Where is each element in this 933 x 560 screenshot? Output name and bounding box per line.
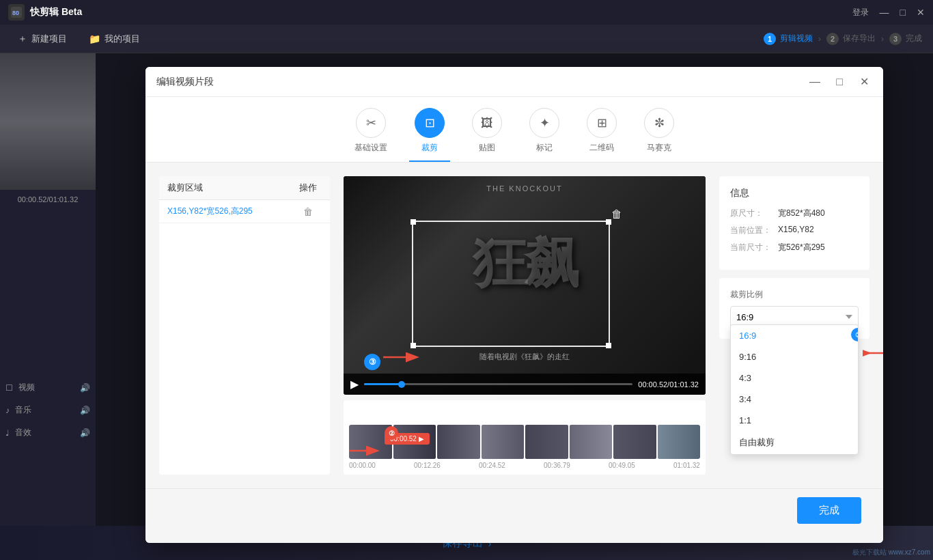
titlebar-controls: 登录 — □ ✕ [852, 7, 925, 18]
dialog-minimize-btn[interactable]: — [807, 74, 823, 90]
crop-item-delete-btn[interactable]: 🗑 [294, 206, 322, 217]
original-size-row: 原尺寸： 宽852*高480 [730, 208, 859, 219]
tab-mark-label: 标记 [536, 142, 553, 154]
crop-item-text[interactable]: X156,Y82*宽526,高295 [167, 206, 294, 217]
video-controls: ▶ 00:00.52/01:01.32 [344, 374, 706, 395]
step-2: 2 保存导出 [826, 33, 876, 45]
step-1: 1 剪辑视频 [764, 33, 813, 45]
dialog-body: 裁剪区域 操作 X156,Y82*宽526,高295 🗑 [145, 163, 883, 488]
folder-icon: 📁 [89, 33, 100, 44]
step-arrow-1: › [818, 34, 821, 44]
timeline-inner: ② 00:00.52 ▶ [349, 425, 700, 469]
timeline-label-1: 00:12.26 [414, 462, 441, 469]
dialog-close-btn[interactable]: ✕ [856, 74, 872, 90]
crop-selection-box[interactable]: 🗑 [412, 221, 610, 347]
complete-button[interactable]: 完成 [797, 497, 861, 524]
step-3-indicator: ③ [364, 354, 380, 370]
music-label: 音乐 [15, 404, 31, 416]
step-2-num: 2 [826, 33, 839, 45]
tab-basic-settings[interactable]: ✂ 基础设置 [354, 108, 387, 162]
step-arrow-2: › [881, 34, 884, 44]
video-icon: ☐ [5, 383, 13, 393]
timeline-label-0: 00:00.00 [349, 462, 376, 469]
video-title-en: THE KNOCKOUT [486, 184, 562, 193]
crop-handle-tl[interactable] [410, 219, 416, 225]
dropdown-item-34[interactable]: 3:4 [731, 389, 858, 410]
dialog-titlebar: 编辑视频片段 — □ ✕ [145, 67, 883, 97]
time-display: 00:00.52/01:01.32 [638, 380, 699, 389]
right-panel: 编辑视频片段 — □ ✕ ✂ 基础设置 ⊡ 裁剪 [96, 53, 933, 526]
dialog-maximize-btn[interactable]: □ [831, 74, 848, 90]
track-frame-5 [525, 425, 568, 459]
step-1-num: 1 [764, 33, 776, 45]
dialog-footer: 完成 [145, 488, 883, 543]
crop-handle-br[interactable] [606, 343, 611, 348]
step-3-num: 3 [889, 33, 902, 45]
video-background: Da至音乐 bilibili THE KNOCKOUT 狂飙 随着电视剧《狂飙》… [344, 176, 706, 395]
track-controls: ☐ 视频 🔊 ♪ 音乐 🔊 ♩ 音效 🔊 [0, 376, 96, 444]
original-size-label: 原尺寸： [730, 208, 778, 219]
tab-qrcode-icon: ⊞ [587, 108, 617, 138]
video-arrow [383, 347, 424, 370]
dropdown-item-free[interactable]: 自由裁剪 [731, 431, 858, 454]
my-projects-btn[interactable]: 📁 我的项目 [82, 29, 147, 49]
tab-bar: ✂ 基础设置 ⊡ 裁剪 🖼 贴图 ✦ 标记 [145, 97, 883, 163]
current-size-label: 当前尺寸： [730, 242, 778, 253]
new-project-btn[interactable]: ＋ 新建项目 [11, 29, 74, 49]
track-frame-7 [613, 425, 656, 459]
dialog-controls: — □ ✕ [807, 74, 872, 90]
progress-bar[interactable] [364, 383, 632, 385]
sfx-volume-icon: 🔊 [80, 428, 90, 438]
crop-handle-tr[interactable] [606, 219, 611, 225]
dropdown-item-11[interactable]: 1:1 [731, 410, 858, 431]
timeline-label-3: 00:36.79 [544, 462, 570, 469]
ratio-label: 裁剪比例 [730, 289, 859, 300]
dropdown-item-916[interactable]: 9:16 [731, 346, 858, 367]
video-preview-bg [0, 53, 96, 190]
timeline-label-2: 00:24.52 [479, 462, 505, 469]
svg-text:80: 80 [12, 10, 19, 16]
tab-sticker[interactable]: 🖼 贴图 [472, 108, 502, 162]
sfx-label: 音效 [15, 427, 31, 438]
current-size-value: 宽526*高295 [778, 242, 825, 253]
progress-fill [364, 383, 402, 385]
timeline-panel: ② 00:00.52 ▶ [344, 400, 706, 475]
music-track-control: ♪ 音乐 🔊 [5, 404, 90, 416]
music-volume-icon: 🔊 [80, 406, 90, 415]
tab-qrcode-label: 二维码 [589, 142, 614, 154]
track-frame-8 [658, 425, 701, 459]
new-project-icon: ＋ [18, 33, 27, 45]
dropdown-item-169[interactable]: 16:9 [731, 325, 858, 346]
video-label: 视频 [18, 382, 35, 393]
timeline-arrow-left [349, 443, 383, 462]
dropdown-item-43[interactable]: 4:3 [731, 367, 858, 389]
progress-dot [398, 381, 405, 388]
tab-qrcode[interactable]: ⊞ 二维码 [587, 108, 617, 162]
step-2-circle: ② [385, 426, 398, 440]
tab-crop-icon: ⊡ [415, 108, 445, 138]
step-indicator: 1 剪辑视频 › 2 保存导出 › 3 完成 [764, 33, 922, 45]
dialog-title: 编辑视频片段 [156, 76, 214, 88]
tab-mark-icon: ✦ [529, 108, 559, 138]
tab-mosaic[interactable]: ✼ 马赛克 [644, 108, 674, 162]
crop-action-header: 操作 [294, 182, 322, 194]
menubar: ＋ 新建项目 📁 我的项目 1 剪辑视频 › 2 保存导出 › 3 完成 [0, 25, 933, 53]
sfx-icon: ♩ [5, 428, 10, 438]
tab-crop[interactable]: ⊡ 裁剪 [415, 108, 445, 162]
logo-icon: 80 [8, 4, 25, 20]
watermark: 极光下载站 www.xz7.com [852, 548, 930, 557]
play-button[interactable]: ▶ [350, 378, 359, 391]
tab-basic-icon: ✂ [356, 108, 386, 138]
tab-mark[interactable]: ✦ 标记 [529, 108, 559, 162]
maximize-btn[interactable]: □ [900, 7, 906, 18]
tab-mosaic-icon: ✼ [644, 108, 674, 138]
original-size-value: 宽852*高480 [778, 208, 825, 219]
crop-list-panel: 裁剪区域 操作 X156,Y82*宽526,高295 🗑 [159, 176, 330, 475]
minimize-btn[interactable]: — [880, 7, 889, 18]
current-pos-label: 当前位置： [730, 225, 778, 236]
login-btn[interactable]: 登录 [852, 7, 869, 18]
timeline-marker-wrapper: ② 00:00.52 ▶ [385, 425, 430, 445]
video-track-control: ☐ 视频 🔊 [5, 382, 90, 393]
close-btn[interactable]: ✕ [917, 7, 925, 18]
crop-box-delete-btn[interactable]: 🗑 [611, 208, 622, 221]
